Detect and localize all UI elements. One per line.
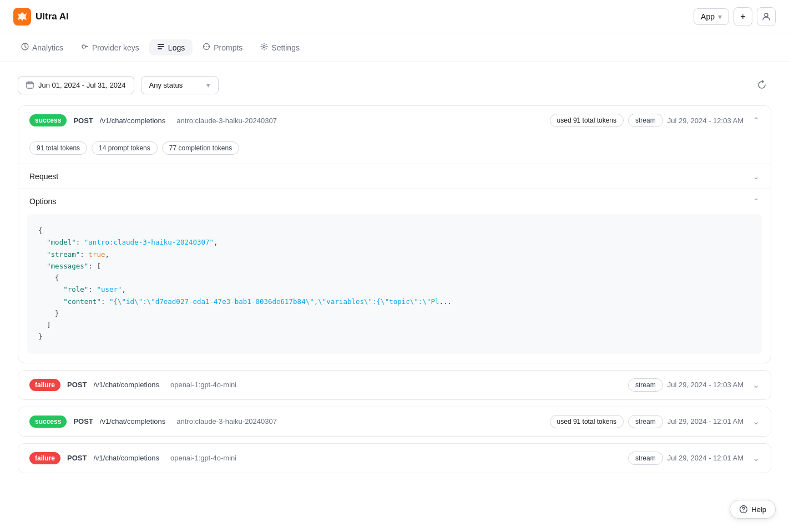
chevron-down-icon-4: ⌄ xyxy=(752,453,760,463)
nav-item-analytics[interactable]: Analytics xyxy=(13,39,71,55)
app-selector-label: App xyxy=(701,12,715,21)
log-date-3: Jul 29, 2024 - 12:01 AM xyxy=(667,417,744,425)
log-date-2: Jul 29, 2024 - 12:03 AM xyxy=(667,381,744,389)
chevron-up-icon: ⌃ xyxy=(752,115,760,126)
key-icon xyxy=(81,43,89,52)
token-badge-3: used 91 total tokens xyxy=(550,415,624,428)
options-section: Options ⌃ { "model": "antro:claude-3-hai… xyxy=(18,189,771,354)
log-entry-4: failure POST /v1/chat/completions openai… xyxy=(18,443,771,473)
log-entry-1: success POST /v1/chat/completions antro:… xyxy=(18,105,771,363)
request-section: Request ⌄ xyxy=(18,164,771,189)
prompts-icon xyxy=(203,43,210,52)
nav-label-prompts: Prompts xyxy=(214,43,242,52)
date-filter[interactable]: Jun 01, 2024 - Jul 31, 2024 xyxy=(18,76,134,94)
prompt-tokens-pill: 14 prompt tokens xyxy=(92,141,158,155)
log-header-2[interactable]: failure POST /v1/chat/completions openai… xyxy=(18,371,771,399)
nav-item-prompts[interactable]: Prompts xyxy=(195,39,250,55)
main-content: Jun 01, 2024 - Jul 31, 2024 Any status ▾… xyxy=(0,62,789,493)
log-model-1: antro:claude-3-haiku-20240307 xyxy=(176,116,277,125)
log-header-3[interactable]: success POST /v1/chat/completions antro:… xyxy=(18,407,771,436)
header-right: App ▾ + xyxy=(694,7,776,26)
svg-rect-3 xyxy=(158,44,164,45)
svg-rect-4 xyxy=(158,46,164,47)
logs-icon xyxy=(157,43,165,52)
stream-badge-3: stream xyxy=(628,415,663,428)
log-method-1: POST xyxy=(73,116,93,125)
analytics-icon xyxy=(21,43,29,52)
logo-icon xyxy=(13,8,31,26)
options-section-header[interactable]: Options ⌃ xyxy=(18,189,771,214)
status-chevron: ▾ xyxy=(206,81,210,89)
total-tokens-pill: 91 total tokens xyxy=(29,141,87,155)
nav-label-settings: Settings xyxy=(271,43,300,52)
svg-point-7 xyxy=(204,46,205,47)
log-path-1: /v1/chat/completions xyxy=(100,116,166,125)
svg-rect-5 xyxy=(158,48,162,49)
svg-rect-11 xyxy=(27,82,33,88)
options-section-label: Options xyxy=(29,197,56,206)
request-section-header[interactable]: Request ⌄ xyxy=(18,164,771,189)
status-badge-failure-2: failure xyxy=(29,379,60,391)
log-entry-3: success POST /v1/chat/completions antro:… xyxy=(18,407,771,437)
log-header-4[interactable]: failure POST /v1/chat/completions openai… xyxy=(18,444,771,473)
status-badge-success: success xyxy=(29,114,67,126)
status-badge-failure-4: failure xyxy=(29,452,60,464)
chevron-down-icon-2: ⌄ xyxy=(752,379,760,390)
svg-point-10 xyxy=(263,45,265,48)
log-date-1: Jul 29, 2024 - 12:03 AM xyxy=(667,116,744,125)
add-button[interactable]: + xyxy=(734,7,752,26)
stream-badge-1: stream xyxy=(628,114,663,127)
chevron-down-icon-3: ⌄ xyxy=(752,416,760,427)
chevron-up-icon-options: ⌃ xyxy=(753,197,760,206)
status-label: Any status xyxy=(149,81,183,89)
nav-item-logs[interactable]: Logs xyxy=(149,39,193,55)
app-selector[interactable]: App ▾ xyxy=(694,8,729,25)
filter-bar: Jun 01, 2024 - Jul 31, 2024 Any status ▾ xyxy=(18,75,771,94)
chevron-down-icon: ⌄ xyxy=(753,172,760,181)
log-date-4: Jul 29, 2024 - 12:01 AM xyxy=(667,454,744,462)
log-model-2: openai-1:gpt-4o-mini xyxy=(170,381,236,389)
navigation: Analytics Provider keys Logs Prompts Set… xyxy=(0,33,789,62)
log-path-2: /v1/chat/completions xyxy=(93,381,159,389)
refresh-button[interactable] xyxy=(752,75,771,94)
token-pills-1: 91 total tokens 14 prompt tokens 77 comp… xyxy=(18,135,771,164)
log-method-2: POST xyxy=(67,381,87,389)
app-name: Ultra AI xyxy=(36,11,69,22)
log-entry-2: failure POST /v1/chat/completions openai… xyxy=(18,370,771,400)
svg-point-0 xyxy=(765,13,768,17)
stream-badge-4: stream xyxy=(628,452,663,465)
nav-label-analytics: Analytics xyxy=(32,43,63,52)
user-icon[interactable] xyxy=(757,7,776,26)
chevron-down-icon: ▾ xyxy=(718,12,722,21)
svg-point-9 xyxy=(208,46,209,47)
completion-tokens-pill: 77 completion tokens xyxy=(162,141,239,155)
calendar-icon xyxy=(26,81,34,89)
header: Ultra AI App ▾ + xyxy=(0,0,789,33)
log-header-1[interactable]: success POST /v1/chat/completions antro:… xyxy=(18,106,771,135)
status-badge-success-3: success xyxy=(29,416,67,428)
request-section-label: Request xyxy=(29,172,58,181)
svg-point-8 xyxy=(206,46,207,47)
logo: Ultra AI xyxy=(13,8,69,26)
log-path-3: /v1/chat/completions xyxy=(100,417,166,425)
date-range-label: Jun 01, 2024 - Jul 31, 2024 xyxy=(38,81,126,89)
token-badge-1: used 91 total tokens xyxy=(550,114,624,127)
settings-icon xyxy=(260,43,268,52)
options-code-block: { "model": "antro:claude-3-haiku-2024030… xyxy=(27,214,762,354)
nav-item-provider-keys[interactable]: Provider keys xyxy=(73,39,147,55)
nav-label-provider-keys: Provider keys xyxy=(92,43,139,52)
log-model-3: antro:claude-3-haiku-20240307 xyxy=(176,417,277,425)
log-method-3: POST xyxy=(73,417,93,425)
log-model-4: openai-1:gpt-4o-mini xyxy=(170,454,236,462)
stream-badge-2: stream xyxy=(628,378,663,392)
status-filter[interactable]: Any status ▾ xyxy=(141,76,219,94)
nav-item-settings[interactable]: Settings xyxy=(252,39,307,55)
nav-label-logs: Logs xyxy=(168,43,185,52)
log-path-4: /v1/chat/completions xyxy=(93,454,159,462)
log-method-4: POST xyxy=(67,454,87,462)
